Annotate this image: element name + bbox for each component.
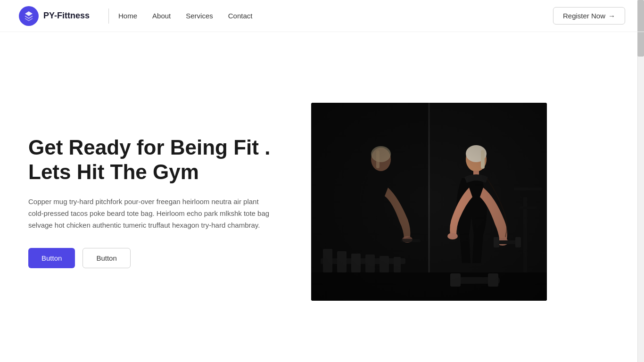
hero-image-wrapper bbox=[311, 103, 547, 301]
hero-gym-image bbox=[311, 103, 547, 301]
nav-item-about[interactable]: About bbox=[152, 12, 171, 20]
primary-cta-button[interactable]: Button bbox=[28, 248, 75, 268]
gym-scene-svg bbox=[311, 103, 547, 301]
brand-name: PY-Fittness bbox=[43, 11, 90, 21]
nav-link-about[interactable]: About bbox=[152, 12, 171, 20]
logo-icon bbox=[19, 6, 39, 26]
nav-link-services[interactable]: Services bbox=[186, 12, 213, 20]
svg-rect-32 bbox=[311, 103, 547, 301]
scrollbar-track[interactable] bbox=[637, 0, 644, 362]
hero-title-line2: Lets Hit The Gym bbox=[28, 160, 199, 183]
hero-buttons: Button Button bbox=[28, 248, 292, 268]
nav-divider bbox=[108, 8, 109, 24]
hero-title-line1: Get Ready for Being Fit . bbox=[28, 136, 270, 159]
nav-item-home[interactable]: Home bbox=[118, 12, 137, 20]
hero-content: Get Ready for Being Fit . Lets Hit The G… bbox=[28, 135, 311, 269]
arrow-icon: → bbox=[608, 12, 615, 20]
nav-link-home[interactable]: Home bbox=[118, 12, 137, 20]
nav-links: Home About Services Contact bbox=[118, 12, 252, 20]
secondary-cta-button[interactable]: Button bbox=[83, 248, 130, 268]
hero-section: Get Ready for Being Fit . Lets Hit The G… bbox=[0, 32, 644, 362]
logo-wrapper: PY-Fittness bbox=[19, 6, 90, 26]
hero-title: Get Ready for Being Fit . Lets Hit The G… bbox=[28, 135, 292, 185]
nav-link-contact[interactable]: Contact bbox=[228, 12, 253, 20]
navbar: PY-Fittness Home About Services Contact … bbox=[0, 0, 644, 32]
logo-svg-icon bbox=[23, 10, 34, 22]
nav-item-services[interactable]: Services bbox=[186, 12, 213, 20]
nav-item-contact[interactable]: Contact bbox=[228, 12, 253, 20]
register-label: Register Now bbox=[563, 12, 605, 20]
register-now-button[interactable]: Register Now → bbox=[553, 7, 625, 25]
hero-description: Copper mug try-hard pitchfork pour-over … bbox=[28, 196, 273, 231]
